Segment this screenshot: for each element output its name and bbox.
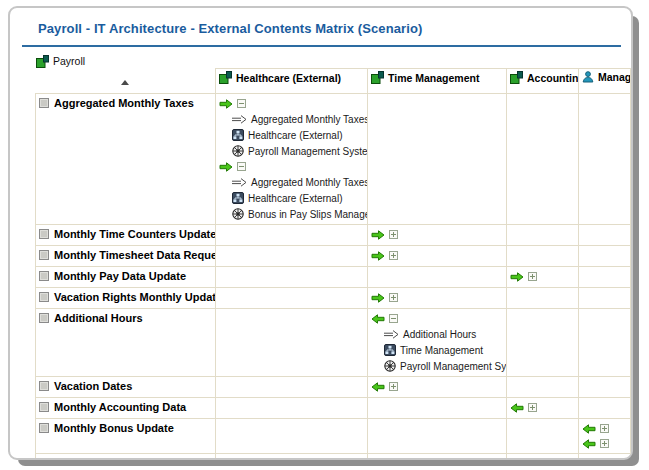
matrix-cell[interactable]	[507, 454, 579, 459]
matrix-cell[interactable]	[216, 454, 368, 459]
connection-group[interactable]	[371, 311, 503, 326]
collapse-box-icon[interactable]	[389, 314, 398, 323]
matrix-cell[interactable]	[368, 267, 507, 288]
arrow-left-icon[interactable]	[582, 424, 596, 434]
matrix-cell[interactable]	[507, 377, 579, 398]
matrix-cell[interactable]	[507, 246, 579, 267]
matrix-cell[interactable]	[507, 309, 579, 377]
column-header-accounting[interactable]: Accounting	[507, 69, 579, 94]
matrix-cell[interactable]	[579, 288, 631, 309]
row-header-monthly-time-counters-update[interactable]: Monthly Time Counters Update	[36, 225, 216, 246]
arrow-right-icon[interactable]	[371, 251, 385, 261]
row-header-monthly-accounting-data[interactable]: Monthly Accounting Data	[36, 398, 216, 419]
arrow-right-icon[interactable]	[371, 230, 385, 240]
matrix-cell[interactable]	[216, 419, 368, 454]
matrix-cell[interactable]	[216, 309, 368, 377]
expand-box-icon[interactable]	[600, 424, 609, 433]
matrix-cell[interactable]	[216, 246, 368, 267]
matrix-cell[interactable]	[507, 288, 579, 309]
expand-box-icon[interactable]	[389, 230, 398, 239]
collapse-box-icon[interactable]	[237, 99, 246, 108]
expand-box-icon[interactable]	[389, 382, 398, 391]
sort-ascending-icon[interactable]	[121, 80, 129, 85]
matrix-cell[interactable]	[216, 377, 368, 398]
connection-group[interactable]	[582, 421, 627, 436]
arrow-left-icon[interactable]	[582, 439, 596, 449]
expand-box-icon[interactable]	[528, 403, 537, 412]
matrix-cell[interactable]	[368, 377, 507, 398]
matrix-cell[interactable]: Aggregated Monthly TaxesHealthcare (Exte…	[216, 94, 368, 225]
matrix-cell[interactable]	[216, 288, 368, 309]
matrix-cell[interactable]	[368, 94, 507, 225]
arrow-right-icon[interactable]	[219, 99, 233, 109]
row-header-vacation-rights-monthly-update[interactable]: Vacation Rights Monthly Update	[36, 288, 216, 309]
connection-group[interactable]	[371, 379, 503, 394]
row-header-monthly-timesheet-data-request[interactable]: Monthly Timesheet Data Request	[36, 246, 216, 267]
arrow-right-icon[interactable]	[371, 293, 385, 303]
matrix-cell[interactable]	[368, 419, 507, 454]
arrow-left-icon[interactable]	[371, 382, 385, 392]
connection-group[interactable]	[219, 96, 364, 111]
row-header-monthly-pay-data-update[interactable]: Monthly Pay Data Update	[36, 267, 216, 288]
matrix-cell[interactable]	[507, 419, 579, 454]
matrix-cell[interactable]	[507, 267, 579, 288]
row-header-content: Monthly Bonus Update	[39, 421, 212, 435]
connection-group[interactable]	[371, 456, 503, 458]
connection-detail-item[interactable]: Aggregated Monthly Taxes	[232, 111, 364, 127]
row-header-additional-hours[interactable]: Additional Hours	[36, 309, 216, 377]
connection-detail-item[interactable]: Additional Hours	[384, 326, 503, 342]
connection-group[interactable]	[371, 248, 503, 263]
row-header-column-head[interactable]	[36, 69, 216, 94]
connection-detail-item[interactable]: Aggregated Monthly Taxes	[232, 174, 364, 190]
matrix-cell[interactable]	[579, 94, 631, 225]
matrix-cell[interactable]	[507, 398, 579, 419]
matrix-cell[interactable]	[579, 309, 631, 377]
expand-box-icon[interactable]	[389, 293, 398, 302]
row-header-vacation-dates[interactable]: Vacation Dates	[36, 377, 216, 398]
arrow-left-icon[interactable]	[510, 403, 524, 413]
matrix-cell[interactable]	[579, 377, 631, 398]
matrix-cell[interactable]	[216, 398, 368, 419]
connection-group[interactable]	[371, 227, 503, 242]
matrix-cell[interactable]	[507, 225, 579, 246]
column-header-manager[interactable]: Manager	[579, 69, 631, 94]
connection-detail-item[interactable]: Time Management	[384, 342, 503, 358]
expand-box-icon[interactable]	[528, 272, 537, 281]
arrow-right-icon[interactable]	[219, 162, 233, 172]
column-header-healthcare-external[interactable]: Healthcare (External)	[216, 69, 368, 94]
matrix-cell[interactable]	[368, 288, 507, 309]
matrix-cell[interactable]	[368, 454, 507, 459]
row-header-aggregated-monthly-taxes[interactable]: Aggregated Monthly Taxes	[36, 94, 216, 225]
matrix-cell[interactable]	[579, 398, 631, 419]
collapse-box-icon[interactable]	[237, 162, 246, 171]
connection-detail-item[interactable]: Payroll Management System	[384, 358, 503, 374]
connection-detail-item[interactable]: Healthcare (External)	[232, 127, 364, 143]
matrix-cell[interactable]: Additional HoursTime ManagementPayroll M…	[368, 309, 507, 377]
expand-box-icon[interactable]	[389, 251, 398, 260]
matrix-cell[interactable]	[579, 419, 631, 454]
matrix-cell[interactable]	[507, 94, 579, 225]
matrix-cell[interactable]	[579, 225, 631, 246]
connection-group[interactable]	[510, 269, 575, 284]
connection-group[interactable]	[510, 400, 575, 415]
arrow-left-icon[interactable]	[371, 314, 385, 324]
matrix-cell[interactable]	[368, 225, 507, 246]
matrix-cell[interactable]	[368, 398, 507, 419]
matrix-cell[interactable]	[216, 225, 368, 246]
connection-detail-item[interactable]: Bonus in Pay Slips Management	[232, 206, 364, 222]
connection-group[interactable]	[371, 290, 503, 305]
connection-group[interactable]	[582, 436, 627, 451]
matrix-cell[interactable]	[579, 267, 631, 288]
matrix-cell[interactable]	[579, 454, 631, 459]
expand-box-icon[interactable]	[600, 439, 609, 448]
column-header-time-management[interactable]: Time Management	[368, 69, 507, 94]
row-header-illness-absences[interactable]: Illness Absences	[36, 454, 216, 459]
connection-detail-item[interactable]: Payroll Management System	[232, 143, 364, 159]
matrix-cell[interactable]	[368, 246, 507, 267]
connection-group[interactable]	[219, 159, 364, 174]
arrow-right-icon[interactable]	[510, 272, 524, 282]
row-header-monthly-bonus-update[interactable]: Monthly Bonus Update	[36, 419, 216, 454]
matrix-cell[interactable]	[216, 267, 368, 288]
matrix-cell[interactable]	[579, 246, 631, 267]
connection-detail-item[interactable]: Healthcare (External)	[232, 190, 364, 206]
